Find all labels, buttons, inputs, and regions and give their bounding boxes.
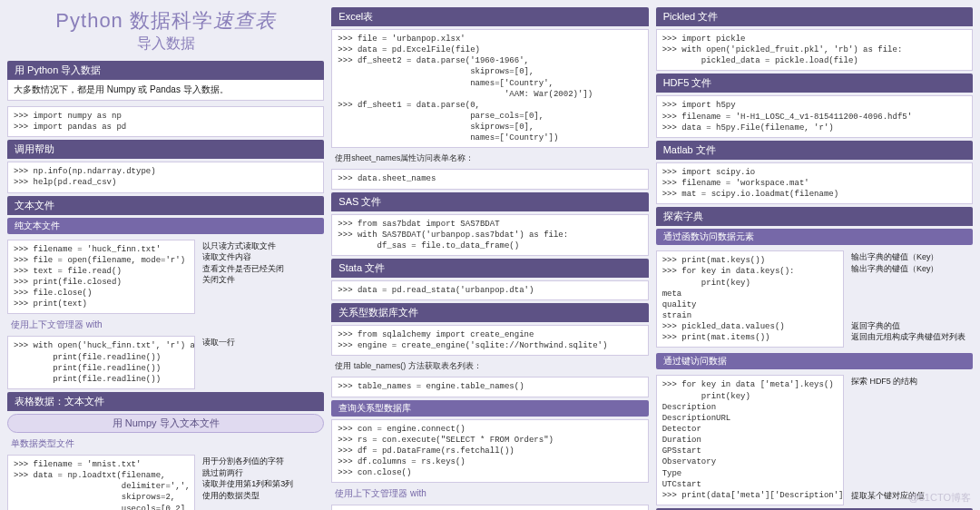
code-pickle: >>> import pickle >>> with open('pickled… <box>656 29 973 71</box>
code-single-dtype: >>> filename = 'mnist.txt' >>> data = np… <box>7 455 195 510</box>
heading-query-ctx: 使用上下文管理器 with <box>331 485 648 502</box>
heading-access-by-func: 通过函数访问数据元素 <box>656 229 973 245</box>
code-help: >>> np.info(np.ndarray.dtype) >>> help(p… <box>7 162 324 192</box>
code-access-by-key: >>> for key in data ['meta'].keys() prin… <box>656 375 844 505</box>
code-excel: >>> file = 'urbanpop.xlsx' >>> data = pd… <box>331 29 648 148</box>
note-single-dtype: 用于分割各列值的字符 跳过前两行 读取并使用第1列和第3列 使用的数据类型 <box>199 452 324 510</box>
watermark: @51CTO博客 <box>909 491 971 505</box>
heading-matlab: Matlab 文件 <box>656 141 973 160</box>
note-access-by-key: 探索 HDF5 的结构 提取某个键对应的值 <box>848 372 973 508</box>
page-title: Python 数据科学速查表 导入数据 <box>7 7 324 54</box>
code-import-np-pd: >>> import numpy as np >>> import pandas… <box>7 106 324 137</box>
code-access-by-func: >>> print(mat.keys()) >>> for key in dat… <box>656 250 844 348</box>
heading-help: 调用帮助 <box>7 140 324 159</box>
heading-import-python: 用 Python 导入数据 <box>7 61 324 80</box>
code-table-names: >>> table_names = engine.table_names() <box>331 377 648 397</box>
heading-plain-text: 纯文本文件 <box>7 218 324 234</box>
note-ctx-mgr: 读取一行 <box>199 333 324 392</box>
code-excel-sheetnames: >>> data.sheet_names <box>331 169 648 189</box>
heading-query-rdb: 查询关系型数据库 <box>331 400 648 417</box>
heading-text-files: 文本文件 <box>7 196 324 215</box>
code-stata: >>> data = pd.read_stata('urbanpop.dta') <box>331 280 648 300</box>
note-access-by-func: 输出字典的键值（Key） 输出字典的键值（Key） 返回字典的值 返回由元组构成… <box>848 248 973 350</box>
pill-numpy-import: 用 Numpy 导入文本文件 <box>7 414 324 433</box>
heading-access-by-key: 通过键访问数据 <box>656 353 973 369</box>
heading-rdb: 关系型数据库文件 <box>331 303 648 322</box>
heading-hdf5: HDF5 文件 <box>656 74 973 93</box>
code-ctx-mgr: >>> with open('huck_finn.txt', 'r') as f… <box>7 336 195 389</box>
code-plain-text: >>> filename = 'huck_finn.txt' >>> file … <box>7 240 195 315</box>
note-import: 大多数情况下，都是用 Numpy 或 Pandas 导入数据。 <box>7 80 324 101</box>
subtitle: 导入数据 <box>7 34 324 54</box>
heading-single-dtype: 单数据类型文件 <box>7 436 324 452</box>
code-hdf5: >>> import h5py >>> filename = 'H-H1_LOS… <box>656 95 973 137</box>
code-matlab: >>> import scipy.io >>> filename = 'work… <box>656 162 973 204</box>
caption-excel-sheetnames: 使用sheet_names属性访问表单名称： <box>331 151 648 166</box>
note-plain-text: 以只读方式读取文件 读取文件内容 查看文件是否已经关闭 关闭文件 <box>199 237 324 318</box>
code-rdb-engine: >>> from sqlalchemy import create_engine… <box>331 325 648 356</box>
title-a: Python 数据科学 <box>55 9 213 32</box>
code-query-ctx: >>> with engine.connect() as con: rs = c… <box>331 505 648 510</box>
heading-pickle: Pickled 文件 <box>656 7 973 26</box>
heading-stata: Stata 文件 <box>331 259 648 278</box>
caption-table-names: 使用 table_names() 方法获取表名列表： <box>331 358 648 374</box>
heading-excel: Excel表 <box>331 7 648 26</box>
heading-explore-dict: 探索字典 <box>656 207 973 226</box>
heading-tabular: 表格数据：文本文件 <box>7 392 324 411</box>
heading-sas: SAS 文件 <box>331 192 648 211</box>
title-b: 速查表 <box>213 9 276 32</box>
heading-ctx-mgr: 使用上下文管理器 with <box>7 317 324 333</box>
code-sas: >>> from sas7bdat import SAS7BDAT >>> wi… <box>331 214 648 256</box>
code-query-rdb: >>> con = engine.connect() >>> rs = con.… <box>331 419 648 484</box>
